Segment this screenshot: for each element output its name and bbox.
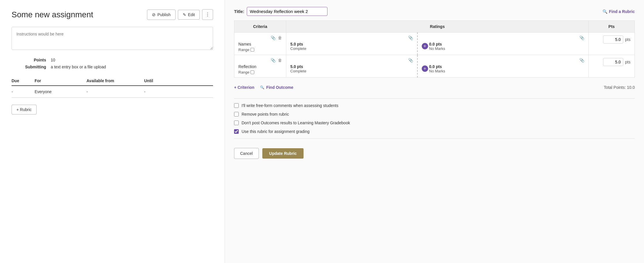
publish-label: Publish bbox=[157, 12, 171, 17]
add-criterion-button[interactable]: + Criterion bbox=[234, 85, 254, 90]
clip-icon-rating1-0[interactable]: 📎 bbox=[408, 35, 413, 40]
rating1-info-1: 5.0 pts Complete bbox=[290, 64, 306, 73]
pts-input-1[interactable] bbox=[603, 58, 623, 66]
range-checkbox-1[interactable] bbox=[251, 70, 254, 74]
rating2-label-0: No Marks bbox=[429, 46, 445, 51]
edit-label: Edit bbox=[188, 12, 195, 17]
availability-table: Due For Available from Until - Everyone … bbox=[12, 76, 213, 98]
criteria-icons-0: 📎 🗑 bbox=[238, 35, 282, 40]
rubric-button[interactable]: + Rubric bbox=[12, 105, 37, 114]
pts-cell-0: pts bbox=[589, 33, 635, 55]
col-due: Due bbox=[12, 76, 35, 86]
add-rating-btn-1[interactable]: + bbox=[422, 65, 428, 72]
edit-icon bbox=[183, 12, 186, 17]
rating1-info-0: 5.0 pts Complete bbox=[290, 42, 306, 51]
details-section: Points 10 Submitting a text entry box or… bbox=[12, 58, 213, 69]
option-checkbox-2[interactable] bbox=[234, 121, 239, 125]
right-panel: Title: 🔍 Find a Rubric Criteria Ratings … bbox=[225, 0, 644, 263]
total-points-value: 10.0 bbox=[627, 85, 635, 90]
option-label-1: Remove points from rubric bbox=[242, 112, 289, 117]
rating1-content-0: 5.0 pts Complete bbox=[290, 42, 413, 51]
left-panel: Some new assignment Publish Edit ⋮ Point… bbox=[0, 0, 225, 263]
pts-input-0[interactable] bbox=[603, 35, 623, 44]
search-outcome-icon: 🔍 bbox=[260, 85, 264, 89]
col-for: For bbox=[35, 76, 86, 86]
rubric-table: Criteria Ratings Pts 📎 🗑 Names Range 📎 bbox=[234, 20, 635, 78]
available-from-value: - bbox=[86, 86, 144, 98]
search-icon: 🔍 bbox=[602, 9, 607, 14]
col-available-from: Available from bbox=[86, 76, 144, 86]
rating1-icons-1: 📎 bbox=[290, 58, 413, 63]
criteria-name-1: Reflection bbox=[238, 64, 282, 69]
rating1-pts-1: 5.0 pts bbox=[290, 64, 306, 69]
rubric-title-input[interactable] bbox=[247, 7, 327, 16]
publish-button[interactable]: Publish bbox=[147, 10, 176, 20]
range-checkbox-0[interactable] bbox=[251, 48, 254, 52]
title-label: Title: bbox=[234, 9, 244, 14]
find-rubric-label: Find a Rubric bbox=[609, 9, 635, 14]
trash-icon-1[interactable]: 🗑 bbox=[278, 58, 282, 63]
until-value: - bbox=[144, 86, 213, 98]
points-label: Points bbox=[12, 58, 46, 62]
range-label-0: Range bbox=[238, 48, 249, 52]
rubric-header-row: Title: 🔍 Find a Rubric bbox=[234, 7, 635, 16]
due-value: - bbox=[12, 86, 35, 98]
criteria-range-1: Range bbox=[238, 70, 282, 74]
update-rubric-button[interactable]: Update Rubric bbox=[262, 148, 304, 159]
option-checkbox-0[interactable] bbox=[234, 103, 239, 108]
find-outcome-button[interactable]: 🔍 Find Outcome bbox=[260, 85, 293, 90]
points-value: 10 bbox=[51, 58, 55, 62]
rating-cell1-1: 📎 5.0 pts Complete bbox=[286, 55, 417, 78]
col-pts-header: Pts bbox=[589, 21, 635, 33]
option-row-2: Don't post Outcomes results to Learning … bbox=[234, 121, 635, 125]
cancel-button[interactable]: Cancel bbox=[234, 148, 259, 159]
pts-cell-1: pts bbox=[589, 55, 635, 78]
criteria-icons-1: 📎 🗑 bbox=[238, 58, 282, 63]
col-criteria-header: Criteria bbox=[234, 21, 286, 33]
pts-input-group-0: pts bbox=[593, 35, 630, 44]
col-until: Until bbox=[144, 76, 213, 86]
assignment-title: Some new assignment bbox=[12, 10, 93, 19]
add-rating-btn-0[interactable]: + bbox=[422, 43, 428, 49]
rubric-footer-actions: + Criterion 🔍 Find Outcome Total Points:… bbox=[234, 82, 635, 93]
option-row-3: Use this rubric for assignment grading bbox=[234, 129, 635, 134]
more-options-button[interactable]: ⋮ bbox=[202, 9, 213, 20]
rating1-content-1: 5.0 pts Complete bbox=[290, 64, 413, 73]
option-label-2: Don't post Outcomes results to Learning … bbox=[242, 121, 350, 125]
clip-icon-rating2-1[interactable]: 📎 bbox=[579, 58, 584, 63]
clip-icon-rating1-1[interactable]: 📎 bbox=[408, 58, 413, 63]
rating-cell2-0: 📎 + 0.0 pts No Marks bbox=[417, 33, 589, 55]
rating2-icons-0: 📎 bbox=[422, 35, 584, 40]
trash-icon-0[interactable]: 🗑 bbox=[278, 35, 282, 40]
option-checkbox-3[interactable] bbox=[234, 129, 239, 134]
clip-icon-0[interactable]: 📎 bbox=[271, 35, 276, 40]
instructions-textarea[interactable] bbox=[12, 27, 213, 50]
rating2-pts-0: 0.0 pts bbox=[429, 42, 445, 46]
submitting-row: Submitting a text entry box or a file up… bbox=[12, 65, 213, 69]
range-label-1: Range bbox=[238, 70, 249, 74]
rating1-pts-0: 5.0 pts bbox=[290, 42, 306, 46]
clip-icon-rating2-0[interactable]: 📎 bbox=[579, 35, 584, 40]
pts-label-0: pts bbox=[625, 37, 630, 42]
rating2-pts-1: 0.0 pts bbox=[429, 64, 445, 69]
assignment-header: Some new assignment Publish Edit ⋮ bbox=[12, 9, 213, 20]
total-points: Total Points: 10.0 bbox=[604, 85, 635, 90]
rubric-label: + Rubric bbox=[16, 107, 32, 112]
find-outcome-label: Find Outcome bbox=[266, 85, 293, 90]
bottom-buttons: Cancel Update Rubric bbox=[234, 148, 635, 159]
rating2-content-0: + 0.0 pts No Marks bbox=[422, 42, 584, 51]
find-rubric-link[interactable]: 🔍 Find a Rubric bbox=[602, 9, 635, 14]
submitting-value: a text entry box or a file upload bbox=[51, 65, 106, 69]
points-row: Points 10 bbox=[12, 58, 213, 62]
option-checkbox-1[interactable] bbox=[234, 112, 239, 117]
rating1-label-0: Complete bbox=[290, 46, 306, 51]
title-input-group: Title: bbox=[234, 7, 327, 16]
col-ratings-header: Ratings bbox=[286, 21, 589, 33]
rating2-info-0: 0.0 pts No Marks bbox=[429, 42, 445, 51]
clip-icon-1[interactable]: 📎 bbox=[271, 58, 276, 63]
submitting-label: Submitting bbox=[12, 65, 46, 69]
add-criterion-label: + Criterion bbox=[234, 85, 254, 90]
pts-label-1: pts bbox=[625, 60, 630, 64]
rubric-table-row: 📎 🗑 Reflection Range 📎 5.0 pts Complete bbox=[234, 55, 635, 78]
edit-button[interactable]: Edit bbox=[178, 10, 200, 20]
